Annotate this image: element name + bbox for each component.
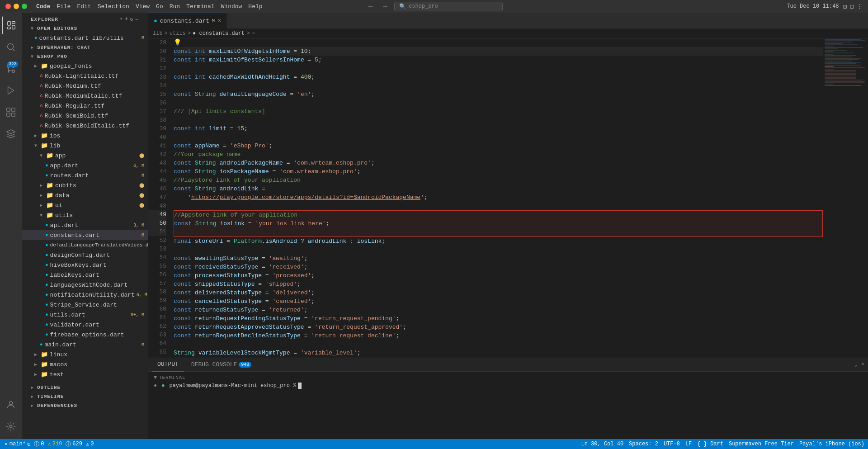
tab-close-button[interactable]: × — [217, 18, 221, 24]
file-notification-utility[interactable]: ● notificationUtility.dart 6, M — [22, 290, 148, 300]
maximize-button[interactable] — [22, 4, 27, 9]
file-rubik-medium-italic[interactable]: A Rubik-MediumItalic.ttf — [22, 91, 148, 101]
code-line-60: const returnedStatusType = 'returned'; — [174, 306, 823, 314]
file-main-dart[interactable]: ● main.dart M — [22, 340, 148, 350]
panel-collapse-icon[interactable]: ⌄ — [854, 361, 858, 368]
status-device[interactable]: Payal's iPhone (ios) — [799, 441, 864, 447]
status-info[interactable]: ⓘ 629 — [66, 440, 82, 448]
activity-account[interactable] — [2, 396, 20, 414]
menu-file[interactable]: File — [57, 3, 71, 10]
activity-source-control[interactable]: 322 — [2, 60, 20, 78]
file-constants-dart[interactable]: ● constants.dart M — [22, 230, 148, 240]
folder-ui[interactable]: ▶ 📁 ui ⬤ — [22, 200, 148, 210]
section-supermaven[interactable]: ▶ Supermaven: Chat — [22, 43, 148, 52]
section-eshop-pro[interactable]: ▼ ESHOP_PRO — [22, 52, 148, 61]
section-outline[interactable]: ▶ OUTLINE — [22, 383, 148, 392]
file-hive-box[interactable]: ● hiveBoxKeys.dart — [22, 260, 148, 270]
activity-extensions[interactable] — [2, 103, 20, 121]
status-supermaven[interactable]: Supermaven Free Tier — [729, 441, 794, 447]
menu-run[interactable]: Run — [170, 3, 180, 10]
chevron-icon: ▶ — [34, 372, 39, 377]
activity-supermaven[interactable] — [2, 125, 20, 143]
folder-google-fonts[interactable]: ▶ 📁 google_fonts — [22, 61, 148, 71]
file-stripe[interactable]: ● Stripe_Service.dart — [22, 300, 148, 310]
folder-linux[interactable]: ▶ 📁 linux — [22, 350, 148, 359]
file-rubik-regular[interactable]: A Rubik-Regular.ttf — [22, 101, 148, 111]
refresh-icon[interactable]: ↻ — [130, 16, 134, 22]
folder-test[interactable]: ▶ 📁 test — [22, 369, 148, 379]
panel-actions: ⌄ × — [854, 361, 864, 368]
new-folder-icon[interactable]: + — [125, 16, 128, 22]
status-position[interactable]: Ln 30, Col 40 — [581, 441, 623, 447]
section-open-editors[interactable]: ▼ Open Editors — [22, 24, 148, 33]
folder-macos[interactable]: ▶ 📁 macos — [22, 359, 148, 369]
minimize-button[interactable] — [14, 4, 19, 9]
menu-go[interactable]: Go — [156, 3, 163, 10]
panel-tab-output[interactable]: OUTPUT — [152, 358, 184, 372]
layout-icon[interactable]: ◫ — [850, 3, 854, 10]
folder-ios[interactable]: ▶ 📁 ios — [22, 131, 148, 141]
file-rubik-medium[interactable]: A Rubik-Medium.ttf — [22, 81, 148, 91]
menu-code[interactable]: Code — [36, 3, 50, 10]
file-languages[interactable]: ● languagesWithCode.dart — [22, 280, 148, 290]
folder-icon: 📁 — [41, 361, 48, 368]
status-spaces[interactable]: Spaces: 2 — [629, 441, 658, 447]
status-encoding[interactable]: UTF-8 — [664, 441, 680, 447]
file-api-dart[interactable]: ● api.dart 3, M — [22, 220, 148, 230]
file-routes-dart[interactable]: ● routes.dart M — [22, 170, 148, 180]
file-firebase[interactable]: ● firebase_options.dart — [22, 330, 148, 340]
tab-constants-dart[interactable]: ● constants.dart M × — [148, 13, 227, 28]
status-warnings[interactable]: △ 319 — [47, 441, 62, 448]
forward-button[interactable]: → — [380, 1, 391, 11]
folder-app[interactable]: ▼ 📁 app ⬤ — [22, 151, 148, 161]
file-utils[interactable]: ● utils.dart 9+, M — [22, 310, 148, 320]
file-design-config[interactable]: ● designConfig.dart — [22, 250, 148, 260]
sidebar-toggle-icon[interactable]: ◫ — [844, 3, 847, 10]
file-rubik-semibold[interactable]: A Rubik-SemiBold.ttf — [22, 111, 148, 121]
file-app-dart[interactable]: ● app.dart 6, M — [22, 161, 148, 170]
back-button[interactable]: ← — [365, 1, 376, 11]
dart-icon: ● — [34, 35, 38, 41]
new-file-icon[interactable]: + — [120, 16, 123, 22]
file-validator[interactable]: ● validator.dart — [22, 320, 148, 330]
folder-cubits[interactable]: ▶ 📁 cubits ⬤ — [22, 180, 148, 190]
collapse-icon[interactable]: ⋯ — [135, 16, 139, 22]
file-rubik-semibold-italic[interactable]: A Rubik-SemiBoldItalic.ttf — [22, 121, 148, 131]
more-icon[interactable]: ⋮ — [857, 3, 863, 10]
activity-settings[interactable] — [2, 417, 20, 435]
menu-edit[interactable]: Edit — [77, 3, 91, 10]
menu-help[interactable]: Help — [248, 3, 262, 10]
status-eol[interactable]: LF — [685, 441, 692, 447]
folder-data[interactable]: ▶ 📁 data ⬤ — [22, 190, 148, 200]
chevron-icon: ▼ — [31, 54, 35, 59]
file-label-keys[interactable]: ● labelKeys.dart — [22, 270, 148, 280]
folder-lib[interactable]: ▼ 📁 lib — [22, 141, 148, 151]
title-center: ← → 🔍 eshop_pro — [365, 1, 503, 11]
section-dependencies[interactable]: ▶ DEPENDENCIES — [22, 401, 148, 410]
panel-tab-debug-console[interactable]: DEBUG CONSOLE 948 — [186, 358, 257, 372]
menu-window[interactable]: Window — [221, 3, 242, 10]
code-line-41: const appName = 'eShop Pro'; — [174, 142, 823, 150]
section-timeline[interactable]: ▶ TIMELINE — [22, 392, 148, 401]
status-other[interactable]: ⚠ 0 — [86, 441, 94, 448]
chevron-icon: ▶ — [34, 352, 39, 357]
code-line-48 — [174, 202, 823, 210]
file-default-lang[interactable]: ● defaultLanguageTranslatedValues.dart M — [22, 240, 148, 250]
activity-search[interactable] — [2, 38, 20, 56]
panel-close-icon[interactable]: × — [861, 361, 864, 368]
close-button[interactable] — [5, 4, 11, 9]
menu-terminal[interactable]: Terminal — [186, 3, 214, 10]
file-rubik-light[interactable]: A Rubik-LightItalic.ttf — [22, 71, 148, 81]
sidebar-header-icons: + + ↻ ⋯ — [120, 16, 139, 22]
activity-explorer[interactable] — [2, 16, 20, 34]
open-editor-constants[interactable]: ● constants.dart lib/utils M — [22, 33, 148, 43]
folder-utils[interactable]: ▼ 📁 utils — [22, 210, 148, 220]
search-bar[interactable]: 🔍 eshop_pro — [394, 2, 503, 11]
code-body[interactable]: 💡 const int maxLimitOfWidgetsInHome = 10… — [170, 38, 823, 358]
status-errors[interactable]: ⓘ 0 — [34, 440, 44, 448]
activity-run-debug[interactable] — [2, 81, 20, 99]
menu-view[interactable]: View — [136, 3, 150, 10]
status-language[interactable]: { } Dart — [697, 441, 723, 447]
status-branch[interactable]: ⚬ main* ↻ — [4, 441, 30, 448]
menu-selection[interactable]: Selection — [98, 3, 129, 10]
